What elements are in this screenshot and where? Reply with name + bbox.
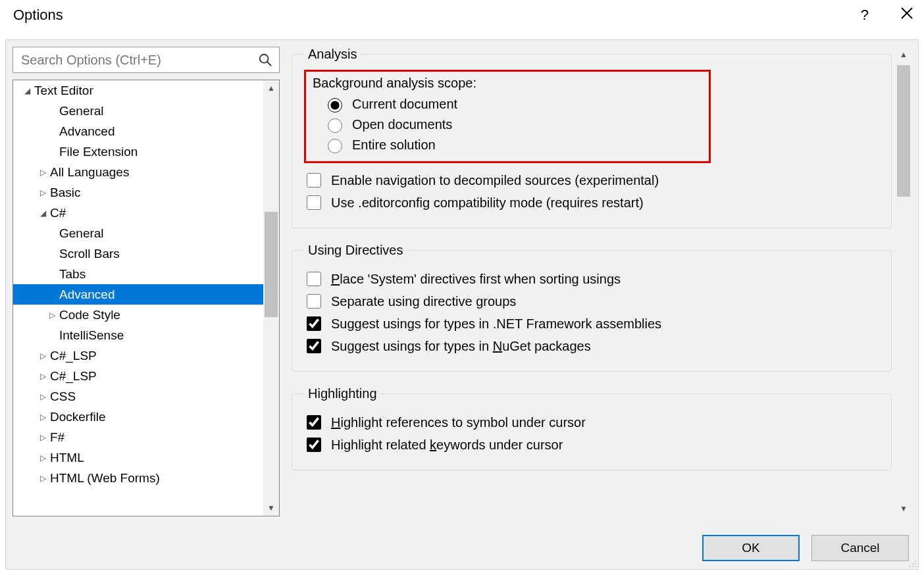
scroll-up-icon[interactable]: ▲ xyxy=(896,47,911,63)
close-icon[interactable] xyxy=(900,7,913,24)
svg-point-9 xyxy=(915,566,916,567)
tree-item-f-[interactable]: ▷F# xyxy=(13,427,263,447)
highlight-annotation: Background analysis scope: Current docum… xyxy=(304,70,711,163)
tree-item-label: Text Editor xyxy=(34,84,93,98)
radio-open-documents[interactable]: Open documents xyxy=(324,116,706,133)
expand-icon[interactable]: ▷ xyxy=(38,392,47,401)
tree-item-label: HTML (Web Forms) xyxy=(50,471,160,486)
tree-item-label: Tabs xyxy=(59,267,86,282)
tree-item-file-extension[interactable]: File Extension xyxy=(13,141,263,162)
expand-icon[interactable]: ▷ xyxy=(38,372,47,381)
check-suggest-usings-for-types-in-net-framewor[interactable]: Suggest usings for types in .NET Framewo… xyxy=(304,314,879,333)
tree-item-c-lsp[interactable]: ▷C#_LSP xyxy=(13,366,263,386)
tree-item-html-web-forms-[interactable]: ▷HTML (Web Forms) xyxy=(13,468,263,488)
options-tree: ◢Text EditorGeneralAdvancedFile Extensio… xyxy=(13,80,280,516)
radio-input[interactable] xyxy=(328,139,342,153)
tree-item-label: C# xyxy=(50,206,66,220)
scroll-thumb[interactable] xyxy=(897,65,910,197)
panel-scrollbar[interactable]: ▲ ▼ xyxy=(896,47,911,516)
scroll-down-icon[interactable]: ▼ xyxy=(896,501,911,516)
check-use-editorconfig-compatibility-mode-requ[interactable]: Use .editorconfig compatibility mode (re… xyxy=(304,193,879,212)
tree-item-dockerfile[interactable]: ▷Dockerfile xyxy=(13,407,263,427)
checkbox-label: Enable navigation to decompiled sources … xyxy=(331,173,659,188)
expand-icon[interactable]: ▷ xyxy=(38,433,47,442)
group-highlighting-legend: Highlighting xyxy=(304,386,381,401)
checkbox-input[interactable] xyxy=(307,294,321,309)
tree-item-label: All Languages xyxy=(50,165,129,180)
check-highlight-references-to-symbol-under-cur[interactable]: Highlight references to symbol under cur… xyxy=(304,413,879,432)
tree-item-c-[interactable]: ◢C# xyxy=(13,203,263,223)
checkbox-input[interactable] xyxy=(307,272,321,286)
tree-item-label: Advanced xyxy=(59,288,115,302)
svg-point-2 xyxy=(260,55,269,63)
tree-item-basic[interactable]: ▷Basic xyxy=(13,182,263,203)
expand-icon[interactable]: ▷ xyxy=(38,453,47,463)
expand-icon[interactable]: ▷ xyxy=(47,311,57,320)
check-place-system-directives-first-when-sorti[interactable]: Place 'System' directives first when sor… xyxy=(304,270,879,288)
tree-item-text-editor[interactable]: ◢Text Editor xyxy=(13,80,263,101)
group-highlighting: Highlighting Highlight references to sym… xyxy=(292,386,892,470)
group-analysis-legend: Analysis xyxy=(304,47,361,62)
titlebar-controls: ? xyxy=(861,7,913,24)
search-input[interactable] xyxy=(20,52,258,68)
checkbox-input[interactable] xyxy=(307,438,321,452)
scroll-up-icon[interactable]: ▲ xyxy=(263,80,279,96)
tree-item-scroll-bars[interactable]: Scroll Bars xyxy=(13,243,263,264)
tree-item-code-style[interactable]: ▷Code Style xyxy=(13,305,263,325)
tree-item-general[interactable]: General xyxy=(13,101,263,121)
tree-item-css[interactable]: ▷CSS xyxy=(13,386,263,407)
expand-icon[interactable]: ▷ xyxy=(38,413,47,422)
tree-item-html[interactable]: ▷HTML xyxy=(13,447,263,468)
cancel-button[interactable]: Cancel xyxy=(811,535,909,561)
tree-item-label: IntelliSense xyxy=(59,328,124,343)
expand-icon[interactable]: ▷ xyxy=(38,188,47,197)
expand-icon[interactable]: ▷ xyxy=(38,351,47,361)
checkbox-input[interactable] xyxy=(307,316,321,331)
dialog-footer: OK Cancel xyxy=(702,535,909,561)
svg-line-3 xyxy=(267,62,271,66)
tree-item-general[interactable]: General xyxy=(13,223,263,243)
dialog-title: Options xyxy=(13,7,63,24)
tree-item-c-lsp[interactable]: ▷C#_LSP xyxy=(13,345,263,366)
check-enable-navigation-to-decompiled-sources-[interactable]: Enable navigation to decompiled sources … xyxy=(304,171,879,189)
checkbox-label: Use .editorconfig compatibility mode (re… xyxy=(331,195,644,211)
check-highlight-related-keywords-under-cursor[interactable]: Highlight related keywords under cursor xyxy=(304,436,879,454)
checkbox-input[interactable] xyxy=(307,173,321,188)
radio-input[interactable] xyxy=(328,98,342,113)
resize-grip-icon[interactable] xyxy=(908,559,917,568)
svg-point-6 xyxy=(915,563,916,564)
radio-current-document[interactable]: Current document xyxy=(324,96,706,113)
tree-item-intellisense[interactable]: IntelliSense xyxy=(13,325,263,345)
options-dialog: Options ? ◢Text EditorGeneralAdvancedFil… xyxy=(0,0,924,575)
collapse-icon[interactable]: ◢ xyxy=(22,86,32,95)
tree-item-tabs[interactable]: Tabs xyxy=(13,264,263,284)
tree-item-all-languages[interactable]: ▷All Languages xyxy=(13,162,263,182)
checkbox-label: Place 'System' directives first when sor… xyxy=(331,272,621,287)
collapse-icon[interactable]: ◢ xyxy=(38,209,47,218)
checkbox-input[interactable] xyxy=(307,195,321,210)
checkbox-label: Suggest usings for types in .NET Framewo… xyxy=(331,316,661,332)
radio-entire-solution[interactable]: Entire solution xyxy=(324,137,706,153)
radio-input[interactable] xyxy=(328,118,342,133)
tree-item-advanced[interactable]: Advanced xyxy=(13,121,263,141)
scroll-down-icon[interactable]: ▼ xyxy=(263,500,279,516)
help-icon[interactable]: ? xyxy=(861,7,869,24)
radio-label: Entire solution xyxy=(352,138,436,153)
expand-icon[interactable]: ▷ xyxy=(38,168,47,177)
scroll-thumb[interactable] xyxy=(265,212,278,317)
tree-item-advanced[interactable]: Advanced xyxy=(13,284,263,305)
tree-scrollbar[interactable]: ▲ ▼ xyxy=(263,80,279,516)
search-options[interactable] xyxy=(13,47,280,73)
check-separate-using-directive-groups[interactable]: Separate using directive groups xyxy=(304,292,879,311)
dialog-body: ◢Text EditorGeneralAdvancedFile Extensio… xyxy=(5,39,919,570)
tree-item-label: General xyxy=(59,104,104,118)
checkbox-label: Separate using directive groups xyxy=(331,294,516,309)
tree-item-label: File Extension xyxy=(59,145,138,159)
expand-icon[interactable]: ▷ xyxy=(38,474,47,483)
checkbox-input[interactable] xyxy=(307,415,321,430)
check-suggest-usings-for-types-in-nuget-packag[interactable]: Suggest usings for types in NuGet packag… xyxy=(304,337,879,355)
ok-button[interactable]: OK xyxy=(702,535,800,561)
checkbox-label: Highlight references to symbol under cur… xyxy=(331,415,586,430)
group-using: Using Directives Place 'System' directiv… xyxy=(292,243,892,372)
checkbox-input[interactable] xyxy=(307,339,321,353)
